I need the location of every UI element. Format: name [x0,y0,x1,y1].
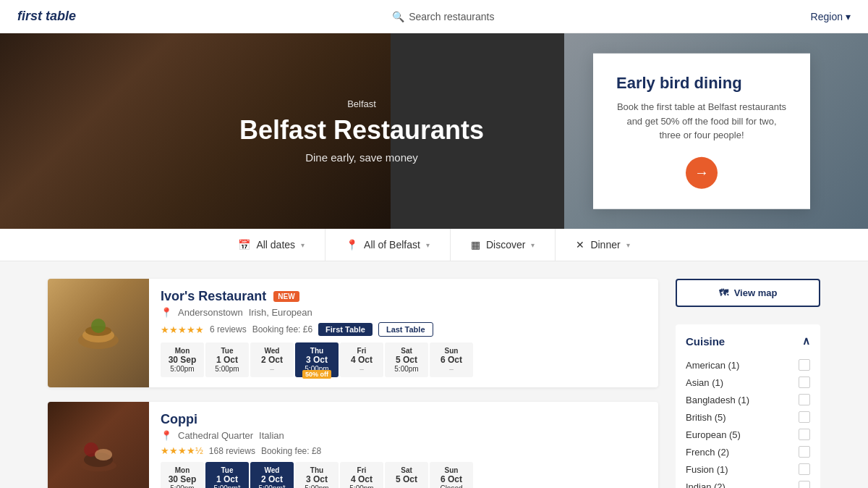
cuisine-label: Bangladesh (1) [686,395,749,405]
restaurant-cuisine: Irish, European [249,307,312,318]
slot-thu-wrapper: Thu 3 Oct 5:00pm 50% off [295,342,339,377]
search-icon: 🔍 [392,11,404,22]
cuisine-checkbox[interactable] [799,481,810,488]
view-map-label: View map [734,287,778,298]
cuisine-fusion[interactable]: Fusion (1) [686,460,810,478]
cuisine-filter-header[interactable]: Cuisine ∧ [686,335,810,348]
restaurant-image [48,279,149,387]
filter-meal-label: Dinner [590,239,620,251]
cuisine-filter: Cuisine ∧ American (1) Asian (1) Banglad… [676,324,820,488]
cuisine-heading: Cuisine [686,335,725,348]
cuisine-indian[interactable]: Indian (2) [686,478,810,488]
restaurant-image [48,402,149,488]
restaurant-details: Coppi 📍 Cathedral Quarter Italian ★★★★½ … [149,402,658,488]
cuisine-european[interactable]: European (5) [686,426,810,443]
promo-cta-button[interactable]: → [686,156,718,188]
search-button[interactable]: 🔍 Search restaurants [392,11,494,22]
cuisine-label: British (5) [686,412,726,423]
restaurant-location: Cathedral Quarter [178,430,253,441]
sidebar: 🗺 View map Cuisine ∧ American (1) Asian … [676,279,820,488]
slot-mon[interactable]: Mon 30 Sep 5:00pm [161,462,204,488]
slot-wed-wrapper: Wed 2 Oct 5:00pm* 50% off [250,462,294,488]
calendar-icon: 📅 [238,239,250,251]
cuisine-checkbox[interactable] [799,463,810,475]
hero-location: Belfast [239,98,484,109]
slot-mon[interactable]: Mon 30 Sep 5:00pm [161,342,204,377]
chevron-down-icon: ▾ [301,241,305,249]
restaurant-location: Andersonstown [178,307,243,318]
cuisine-label: American (1) [686,360,739,371]
booking-fee: Booking fee: £8 [261,446,321,456]
promo-description: Book the first table at Belfast restaura… [616,100,787,143]
chevron-down-icon: ▾ [426,241,430,249]
reviews-booking: ★★★★½ 168 reviews Booking fee: £8 [161,445,647,456]
chevron-down-icon: ▾ [846,11,851,22]
slot-fri[interactable]: Fri 4 Oct 5:00pm [340,462,383,488]
cuisine-label: Fusion (1) [686,464,728,475]
filter-dates[interactable]: 📅 All dates ▾ [218,229,326,261]
slot-wed[interactable]: Wed 2 Oct – [250,342,294,377]
filter-location-label: All of Belfast [364,239,420,251]
restaurant-header: Coppi [161,412,647,427]
star-rating: ★★★★★ [161,324,204,335]
region-label: Region [811,11,843,22]
cuisine-checkbox[interactable] [799,359,810,371]
cuisine-american[interactable]: American (1) [686,356,810,374]
cuisine-asian[interactable]: Asian (1) [686,374,810,391]
booking-fee: Booking fee: £6 [252,324,312,335]
filter-bar: 📅 All dates ▾ 📍 All of Belfast ▾ ▦ Disco… [0,229,868,261]
location-pin-icon: 📍 [346,239,358,251]
restaurant-card: Ivor's Restaurant NEW 📍 Andersonstown Ir… [48,279,658,387]
slot-fri[interactable]: Fri 4 Oct – [340,342,383,377]
collapse-icon: ∧ [802,335,810,348]
food-icon [73,429,124,480]
promo-card: Early bird dining Book the first table a… [593,54,810,209]
navbar: first table 🔍 Search restaurants Region … [0,0,868,33]
cuisine-bangladesh[interactable]: Bangladesh (1) [686,391,810,408]
hero-section: Belfast Belfast Restaurants Dine early, … [0,33,868,229]
restaurant-results: Ivor's Restaurant NEW 📍 Andersonstown Ir… [48,279,658,488]
promo-title: Early bird dining [616,74,787,93]
slot-thu[interactable]: Thu 3 Oct 5:00pm [295,462,339,488]
slot-tue[interactable]: Tue 1 Oct 5:00pm* [205,462,249,488]
search-label: Search restaurants [409,11,494,22]
main-content: Ivor's Restaurant NEW 📍 Andersonstown Ir… [36,261,832,488]
review-count: 6 reviews [210,324,247,335]
restaurant-cuisine: Italian [259,430,284,441]
restaurant-header: Ivor's Restaurant NEW [161,289,647,304]
slot-wed[interactable]: Wed 2 Oct 5:00pm* [250,462,294,488]
slot-sat[interactable]: Sat 5 Oct 5:00pm [385,342,428,377]
cuisine-checkbox[interactable] [799,394,810,405]
cuisine-british[interactable]: British (5) [686,408,810,426]
cuisine-checkbox[interactable] [799,446,810,458]
cuisine-label: Asian (1) [686,377,723,388]
region-dropdown[interactable]: Region ▾ [811,11,851,22]
reviews-booking: ★★★★★ 6 reviews Booking fee: £6 First Ta… [161,322,647,337]
restaurant-meta: 📍 Cathedral Quarter Italian [161,430,647,441]
slot-tue-wrapper: Tue 1 Oct 5:00pm* 50% off [205,462,249,488]
restaurant-meta: 📍 Andersonstown Irish, European [161,307,647,318]
slot-sun[interactable]: Sun 6 Oct Closed [430,462,473,488]
filter-meal[interactable]: ✕ Dinner ▾ [556,229,650,261]
review-count: 168 reviews [209,446,255,456]
cuisine-label: French (2) [686,447,729,458]
view-map-button[interactable]: 🗺 View map [676,279,820,307]
cuisine-checkbox[interactable] [799,376,810,388]
star-rating: ★★★★½ [161,445,203,456]
cuisine-label: European (5) [686,429,741,440]
cutlery-icon: ✕ [576,239,584,251]
restaurant-name: Ivor's Restaurant [161,289,266,304]
restaurant-card: Coppi 📍 Cathedral Quarter Italian ★★★★½ … [48,402,658,488]
hero-text: Belfast Belfast Restaurants Dine early, … [239,98,484,164]
slot-sun[interactable]: Sun 6 Oct – [430,342,473,377]
filter-location[interactable]: 📍 All of Belfast ▾ [326,229,451,261]
cuisine-checkbox[interactable] [799,411,810,423]
cuisine-checkbox[interactable] [799,429,810,440]
app-logo[interactable]: first table [17,9,76,24]
hero-subtitle: Dine early, save money [239,151,484,164]
cuisine-french[interactable]: French (2) [686,443,810,460]
slot-sat[interactable]: Sat 5 Oct – [385,462,428,488]
filter-discover[interactable]: ▦ Discover ▾ [451,229,556,261]
slot-tue[interactable]: Tue 1 Oct 5:00pm [205,342,249,377]
restaurant-name: Coppi [161,412,197,427]
